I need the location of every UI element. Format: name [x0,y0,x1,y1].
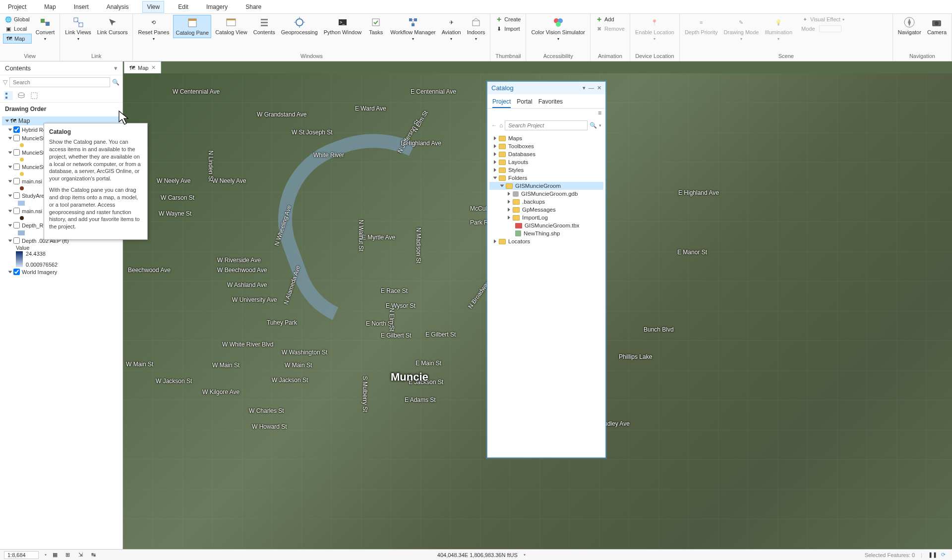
geoprocessing-button[interactable]: Geoprocessing [279,15,320,37]
menu-view[interactable]: View [142,1,164,13]
layer-checkbox[interactable] [13,192,20,199]
workflow-manager-button[interactable]: Workflow Manager▾ [388,15,438,43]
expand-icon[interactable] [8,271,12,273]
expand-icon[interactable] [500,185,504,187]
constraint-icon[interactable]: ⇲ [78,552,85,559]
local-button[interactable]: ▣Local [3,24,32,33]
layer-checkbox[interactable] [13,126,20,133]
expand-icon[interactable] [8,239,12,242]
catalog-item[interactable]: NewThing.shp [489,229,603,237]
grid-icon[interactable]: ▦ [53,552,60,559]
catalog-tab-project[interactable]: Project [492,96,511,108]
convert-button[interactable]: Convert▾ [34,15,57,43]
layer-checkbox[interactable] [13,164,20,170]
dropdown-icon[interactable]: ▾ [583,85,586,91]
search-icon[interactable]: 🔍 [590,122,597,129]
indoors-button[interactable]: Indoors▾ [465,15,487,43]
menu-insert[interactable]: Insert [70,1,93,12]
menu-share[interactable]: Share [241,1,265,12]
layer-checkbox[interactable] [13,149,20,156]
catalog-item[interactable]: GISMuncieGroom.tbx [489,222,603,229]
aviation-button[interactable]: ✈Aviation▾ [440,15,463,43]
navigator-button[interactable]: Navigator [896,15,923,37]
menu-analysis[interactable]: Analysis [103,1,133,12]
close-icon[interactable]: ✕ [597,85,601,91]
expand-icon[interactable] [494,160,496,164]
link-cursors-button[interactable]: Link Cursors [95,15,130,37]
coordinates-display[interactable]: 404,048.34E 1,806,983.36N ftUS [437,552,518,558]
color-vision-button[interactable]: Color Vision Simulator▾ [529,15,587,43]
list-by-drawing-icon[interactable] [4,91,13,100]
layer-checkbox[interactable] [13,135,20,141]
link-views-button[interactable]: Link Views▾ [63,15,93,43]
layer-checkbox[interactable] [13,237,20,244]
expand-icon[interactable] [508,216,510,220]
catalog-pane-button[interactable]: Catalog Pane [173,15,211,38]
expand-icon[interactable] [8,166,12,168]
expand-icon[interactable] [8,180,12,182]
pause-icon[interactable]: ❚❚ [928,552,935,559]
expand-icon[interactable] [5,120,9,122]
menu-map[interactable]: Map [40,1,60,12]
catalog-tab-portal[interactable]: Portal [517,96,532,108]
layer-item[interactable]: World Imagery [2,268,120,276]
catalog-maps[interactable]: Maps [489,134,603,142]
layer-checkbox[interactable] [13,269,20,275]
catalog-item[interactable]: ImportLog [489,214,603,222]
expand-icon[interactable] [508,192,510,196]
global-button[interactable]: 🌐Global [3,15,32,24]
home-icon[interactable]: ⌂ [499,122,503,129]
catalog-styles[interactable]: Styles [489,166,603,174]
expand-icon[interactable] [494,239,496,243]
catalog-toolboxes[interactable]: Toolboxes [489,142,603,150]
expand-icon[interactable] [494,136,496,140]
menu-project[interactable]: Project [4,1,30,12]
python-window-button[interactable]: >_Python Window [322,15,363,37]
catalog-item[interactable]: GISMuncieGroom.gdb [489,190,603,198]
expand-icon[interactable] [8,137,12,139]
back-icon[interactable]: ← [491,122,497,129]
create-thumbnail-button[interactable]: ✚Create [493,15,523,24]
tasks-button[interactable]: Tasks [365,15,386,37]
expand-icon[interactable] [494,168,496,172]
list-by-selection-icon[interactable] [30,91,39,100]
expand-icon[interactable] [8,210,12,212]
snap-icon[interactable]: ⊞ [65,552,72,559]
catalog-layouts[interactable]: Layouts [489,158,603,166]
catalog-item[interactable]: .backups [489,198,603,206]
close-tab-icon[interactable]: ✕ [151,64,156,71]
minimize-icon[interactable]: — [589,85,594,91]
menu-imagery[interactable]: Imagery [202,1,232,12]
contents-menu-icon[interactable]: ▾ [114,64,118,72]
list-by-source-icon[interactable] [17,91,26,100]
correction-icon[interactable]: ↹ [91,552,98,559]
catalog-folder-root[interactable]: GISMuncieGroom [489,182,603,190]
scale-input[interactable]: 1:8,684 [4,551,39,559]
import-thumbnail-button[interactable]: ⬇Import [493,24,523,33]
catalog-tab-favorites[interactable]: Favorites [538,96,563,108]
hamburger-icon[interactable]: ≡ [598,110,601,116]
layer-checkbox[interactable] [13,178,20,184]
map-tab[interactable]: 🗺 Map ✕ [124,61,161,73]
refresh-icon[interactable]: ⟳ [941,552,948,559]
menu-edit[interactable]: Edit [174,1,192,12]
camera-button[interactable]: Camera [925,15,949,37]
add-animation-button[interactable]: ✚Add [594,15,627,24]
filter-icon[interactable]: ▽ [3,79,7,86]
catalog-view-button[interactable]: Catalog View [213,15,249,37]
catalog-folders[interactable]: Folders [489,174,603,182]
expand-icon[interactable] [8,224,12,226]
map-button[interactable]: 🗺Map [3,34,32,44]
catalog-locators[interactable]: Locators [489,237,603,245]
chevron-down-icon[interactable]: ▾ [599,123,601,128]
expand-icon[interactable] [508,200,510,204]
catalog-databases[interactable]: Databases [489,150,603,158]
catalog-item[interactable]: GpMessages [489,206,603,214]
contents-button[interactable]: Contents [251,15,277,37]
reset-panes-button[interactable]: ⟲Reset Panes▾ [136,15,171,43]
layer-checkbox[interactable] [13,208,20,214]
expand-icon[interactable] [493,177,497,179]
expand-icon[interactable] [508,208,510,212]
expand-icon[interactable] [494,152,496,156]
search-icon[interactable]: 🔍 [112,79,119,86]
